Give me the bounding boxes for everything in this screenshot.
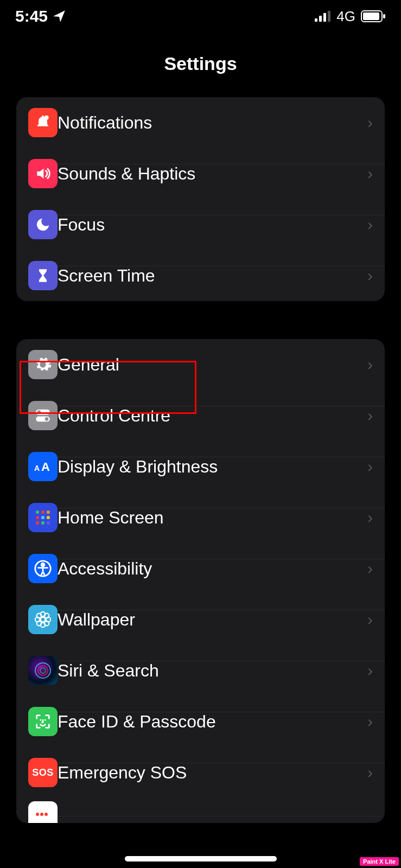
svg-rect-6 [383,14,385,18]
chevron-right-icon: › [367,266,373,285]
svg-point-41 [44,813,48,816]
row-label: Notifications [58,113,352,133]
svg-text:A: A [41,460,50,474]
page-header: Settings [0,33,401,97]
svg-rect-17 [36,516,39,519]
row-general[interactable]: General › [16,339,385,390]
row-notifications[interactable]: Notifications › [16,97,385,148]
status-bar: 5:45 4G [0,0,401,33]
chevron-right-icon: › [367,508,373,527]
chevron-right-icon: › [367,406,373,425]
toggles-icon [28,401,58,430]
chevron-right-icon: › [367,215,373,234]
chevron-right-icon: › [367,457,373,476]
chevron-right-icon: › [367,763,373,782]
row-control-centre[interactable]: Control Centre › [16,390,385,441]
home-indicator[interactable] [125,856,277,861]
chevron-right-icon: › [367,610,373,629]
row-display-brightness[interactable]: A A Display & Brightness › [16,441,385,492]
svg-text:A: A [34,464,40,473]
row-label: Home Screen [58,508,352,528]
chevron-right-icon: › [367,113,373,132]
chevron-right-icon: › [367,559,373,578]
svg-point-9 [37,410,41,414]
row-screen-time[interactable]: Screen Time › [16,250,385,301]
row-accessibility[interactable]: Accessibility › [16,543,385,594]
partial-icon [28,801,58,823]
svg-rect-0 [315,18,317,22]
svg-point-40 [40,813,43,816]
sos-icon: SOS [28,758,58,787]
bell-icon [28,108,58,137]
svg-point-11 [45,417,49,421]
row-home-screen[interactable]: Home Screen › [16,492,385,543]
row-sounds-haptics[interactable]: Sounds & Haptics › [16,148,385,199]
siri-icon [28,656,58,685]
svg-rect-14 [36,510,39,514]
row-partial-next[interactable] [16,798,385,823]
svg-rect-3 [328,11,330,22]
svg-rect-5 [363,12,379,20]
status-time: 5:45 [15,7,48,25]
cellular-signal-icon [315,11,331,22]
svg-point-38 [44,719,46,721]
row-label: Sounds & Haptics [58,164,352,184]
row-wallpaper[interactable]: Wallpaper › [16,594,385,645]
row-label: Emergency SOS [58,763,352,783]
svg-rect-1 [319,16,322,22]
row-emergency-sos[interactable]: SOS Emergency SOS › [16,747,385,798]
svg-point-37 [40,719,41,721]
gear-icon [28,350,58,379]
row-focus[interactable]: Focus › [16,199,385,250]
svg-rect-19 [47,516,50,519]
row-siri-search[interactable]: Siri & Search › [16,645,385,696]
location-arrow-icon [52,9,66,23]
svg-rect-21 [41,521,44,525]
chevron-right-icon: › [367,355,373,374]
page-title: Settings [0,53,401,74]
battery-icon [361,10,386,22]
moon-icon [28,210,58,239]
status-right: 4G [315,8,386,25]
row-label: Control Centre [58,406,352,426]
svg-point-24 [41,563,44,566]
network-label: 4G [336,8,355,25]
grid-icon [28,503,58,532]
settings-group-1: Notifications › Sounds & Haptics › Focus… [16,97,385,301]
svg-rect-22 [47,521,50,525]
row-label: Siri & Search [58,661,352,681]
svg-rect-16 [47,510,50,514]
settings-group-2: General › Control Centre › A A Display &… [16,339,385,823]
chevron-right-icon: › [367,712,373,731]
row-label: Focus [58,215,352,235]
person-icon [28,554,58,583]
svg-rect-20 [36,521,39,525]
row-label: Accessibility [58,559,352,579]
flower-icon [28,605,58,634]
row-label: Screen Time [58,266,352,286]
hourglass-icon [28,261,58,290]
speaker-icon [28,159,58,188]
svg-point-7 [44,116,49,120]
svg-point-35 [38,666,48,675]
svg-point-25 [41,617,46,622]
text-size-icon: A A [28,452,58,481]
chevron-right-icon: › [367,164,373,183]
face-icon [28,707,58,736]
row-label: Display & Brightness [58,457,352,477]
svg-rect-15 [41,510,44,514]
svg-rect-18 [41,516,44,519]
chevron-right-icon: › [367,661,373,680]
svg-point-36 [40,668,46,673]
svg-rect-2 [323,13,326,22]
row-label: Wallpaper [58,610,352,630]
status-left: 5:45 [15,7,66,25]
row-face-id-passcode[interactable]: Face ID & Passcode › [16,696,385,747]
row-label: Face ID & Passcode [58,712,352,732]
row-label: General [58,355,352,375]
watermark: Paint X Lite [360,857,399,866]
svg-point-39 [36,813,39,816]
